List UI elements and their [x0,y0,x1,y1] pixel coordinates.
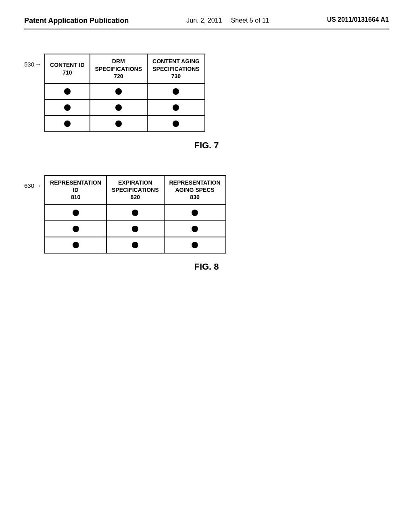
fig8-row2-col3 [164,221,226,237]
dot [173,88,179,95]
publication-date: Jun. 2, 2011 [186,17,222,24]
dot [64,104,71,111]
fig7-row2-col3 [147,100,205,116]
fig7-arrow-label: 530 [24,61,41,68]
dot [73,226,79,232]
fig8-row2-col2 [106,221,164,237]
fig7-col1-header: CONTENT ID710 [45,54,90,83]
fig8-col1-header: REPRESENTATIONID810 [45,175,106,205]
fig7-section: 530 CONTENT ID710 DRMSPECIFICATIONS720 C… [24,54,389,151]
dot [64,88,71,95]
dot [64,121,71,127]
table-row [45,205,226,221]
dots-group [156,88,196,95]
dots-group [156,121,196,127]
dots-group [53,121,81,127]
fig7-row1-col2 [90,83,147,100]
dot [132,242,138,248]
fig8-row1-col1 [45,205,106,221]
fig8-header-row: REPRESENTATIONID810 EXPIRATIONSPECIFICAT… [45,175,226,205]
fig8-section: 630 REPRESENTATIONID810 EXPIRATIONSPECIF… [24,175,389,272]
dot [192,242,198,248]
table-row [45,116,205,132]
fig7-row2-col2 [90,100,147,116]
fig8-row1-col3 [164,205,226,221]
fig8-arrow-label: 630 [24,182,41,189]
dots-group [115,210,155,216]
dot [192,226,198,232]
fig8-row3-col2 [106,237,164,253]
dot [173,104,179,111]
dots-group [173,210,217,216]
page: Patent Application Publication Jun. 2, 2… [0,0,413,532]
fig7-wrapper: 530 CONTENT ID710 DRMSPECIFICATIONS720 C… [24,54,389,132]
fig7-col2-header: DRMSPECIFICATIONS720 [90,54,147,83]
fig7-col3-header: CONTENT AGINGSPECIFICATIONS730 [147,54,205,83]
dot [73,210,79,216]
fig7-row3-col2 [90,116,147,132]
dots-group [53,242,98,248]
fig7-caption: FIG. 7 [24,140,389,151]
fig8-caption: FIG. 8 [24,262,389,272]
dots-group [173,242,217,248]
dots-group [53,210,98,216]
dots-group [115,226,155,232]
dots-group [98,121,139,127]
fig8-row3-col1 [45,237,106,253]
dots-group [115,242,155,248]
fig7-header-row: CONTENT ID710 DRMSPECIFICATIONS720 CONTE… [45,54,205,83]
dots-group [53,88,81,95]
fig8-row2-col1 [45,221,106,237]
dot [132,210,138,216]
dot [115,121,122,127]
fig8-col2-header: EXPIRATIONSPECIFICATIONS820 [106,175,164,205]
sheet-info: Sheet 5 of 11 [231,17,269,24]
dot [192,210,198,216]
dot [115,88,122,95]
dot [132,226,138,232]
fig8-table: REPRESENTATIONID810 EXPIRATIONSPECIFICAT… [44,175,226,254]
page-header: Patent Application Publication Jun. 2, 2… [24,16,389,29]
dot [73,242,79,248]
fig7-row2-col1 [45,100,90,116]
fig7-row1-col1 [45,83,90,100]
fig7-row1-col3 [147,83,205,100]
dots-group [98,88,139,95]
publication-title: Patent Application Publication [24,16,129,25]
dots-group [53,104,81,111]
fig7-row3-col3 [147,116,205,132]
dots-group [173,226,217,232]
fig8-wrapper: 630 REPRESENTATIONID810 EXPIRATIONSPECIF… [24,175,389,254]
fig8-row1-col2 [106,205,164,221]
table-row [45,100,205,116]
dot [173,121,179,127]
fig8-col3-header: REPRESENTATIONAGING SPECS830 [164,175,226,205]
dot [115,104,122,111]
fig7-table: CONTENT ID710 DRMSPECIFICATIONS720 CONTE… [44,54,205,132]
dots-group [156,104,196,111]
dots-group [53,226,98,232]
table-row [45,221,226,237]
fig7-row3-col1 [45,116,90,132]
table-row [45,237,226,253]
fig8-row3-col3 [164,237,226,253]
patent-number: US 2011/0131664 A1 [327,16,389,23]
dots-group [98,104,139,111]
publication-date-sheet: Jun. 2, 2011 Sheet 5 of 11 [186,16,269,25]
table-row [45,83,205,100]
